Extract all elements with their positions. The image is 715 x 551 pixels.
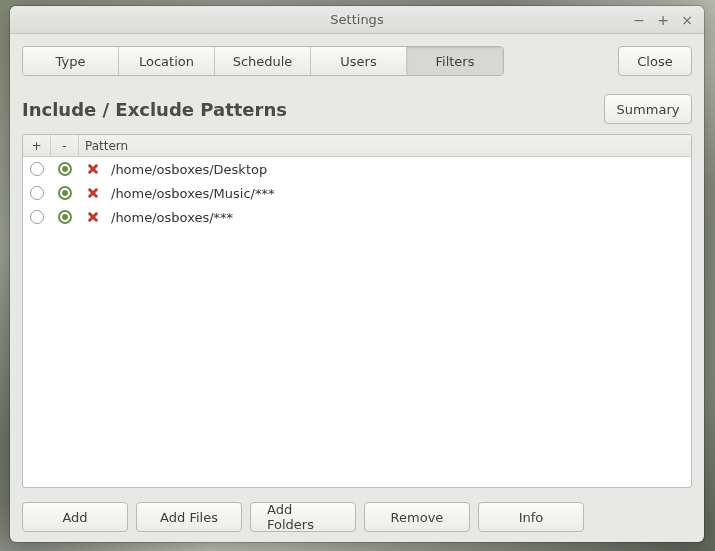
summary-button[interactable]: Summary (604, 94, 692, 124)
titlebar[interactable]: Settings − + × (10, 6, 704, 34)
settings-window: Settings − + × TypeLocationScheduleUsers… (10, 6, 704, 542)
include-radio[interactable] (23, 157, 51, 181)
pattern-text: /home/osboxes/*** (107, 205, 691, 229)
col-pattern[interactable]: Pattern (79, 135, 691, 156)
radio-icon (30, 162, 44, 176)
col-include[interactable]: + (23, 135, 51, 156)
tab-location[interactable]: Location (119, 47, 215, 75)
maximize-button[interactable]: + (652, 11, 674, 29)
remove-button[interactable]: Remove (364, 502, 470, 532)
exclude-radio[interactable] (51, 157, 79, 181)
exclude-x-icon (79, 181, 107, 205)
page-title: Include / Exclude Patterns (22, 99, 287, 120)
tab-schedule[interactable]: Schedule (215, 47, 311, 75)
x-icon (86, 162, 100, 176)
info-button[interactable]: Info (478, 502, 584, 532)
window-title: Settings (330, 12, 383, 27)
pattern-text: /home/osboxes/Desktop (107, 157, 691, 181)
add-button[interactable]: Add (22, 502, 128, 532)
pattern-text: /home/osboxes/Music/*** (107, 181, 691, 205)
heading-row: Include / Exclude Patterns Summary (22, 94, 692, 124)
include-radio[interactable] (23, 181, 51, 205)
x-icon (86, 186, 100, 200)
content-area: TypeLocationScheduleUsersFilters Close I… (10, 34, 704, 542)
x-icon (86, 210, 100, 224)
table-row[interactable]: /home/osboxes/*** (23, 205, 691, 229)
exclude-radio[interactable] (51, 205, 79, 229)
table-row[interactable]: /home/osboxes/Desktop (23, 157, 691, 181)
top-row: TypeLocationScheduleUsersFilters Close (22, 46, 692, 76)
include-radio[interactable] (23, 205, 51, 229)
table-body: /home/osboxes/Desktop/home/osboxes/Music… (23, 157, 691, 487)
add-files-button[interactable]: Add Files (136, 502, 242, 532)
tab-bar: TypeLocationScheduleUsersFilters (22, 46, 504, 76)
exclude-radio[interactable] (51, 181, 79, 205)
tab-type[interactable]: Type (23, 47, 119, 75)
radio-icon (30, 210, 44, 224)
close-window-button[interactable]: × (676, 11, 698, 29)
col-exclude[interactable]: - (51, 135, 79, 156)
exclude-x-icon (79, 205, 107, 229)
radio-icon (58, 162, 72, 176)
patterns-table: + - Pattern /home/osboxes/Desktop/home/o… (22, 134, 692, 488)
tab-filters[interactable]: Filters (407, 47, 503, 75)
radio-icon (30, 186, 44, 200)
tab-users[interactable]: Users (311, 47, 407, 75)
table-row[interactable]: /home/osboxes/Music/*** (23, 181, 691, 205)
table-header: + - Pattern (23, 135, 691, 157)
radio-icon (58, 210, 72, 224)
minimize-button[interactable]: − (628, 11, 650, 29)
exclude-x-icon (79, 157, 107, 181)
add-folders-button[interactable]: Add Folders (250, 502, 356, 532)
window-controls: − + × (628, 6, 698, 34)
action-buttons: Add Add Files Add Folders Remove Info (22, 498, 692, 532)
close-button[interactable]: Close (618, 46, 692, 76)
radio-icon (58, 186, 72, 200)
